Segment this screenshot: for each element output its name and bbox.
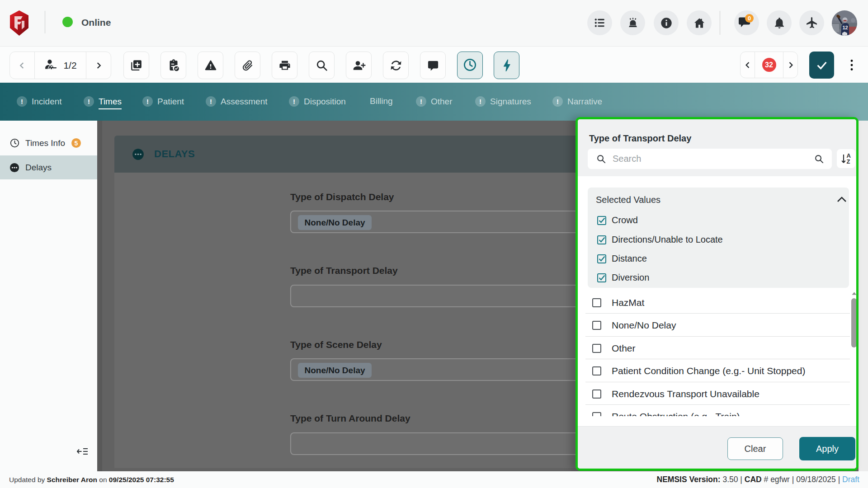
svg-text:12: 12 xyxy=(842,25,848,30)
svg-text:Z: Z xyxy=(846,158,850,165)
